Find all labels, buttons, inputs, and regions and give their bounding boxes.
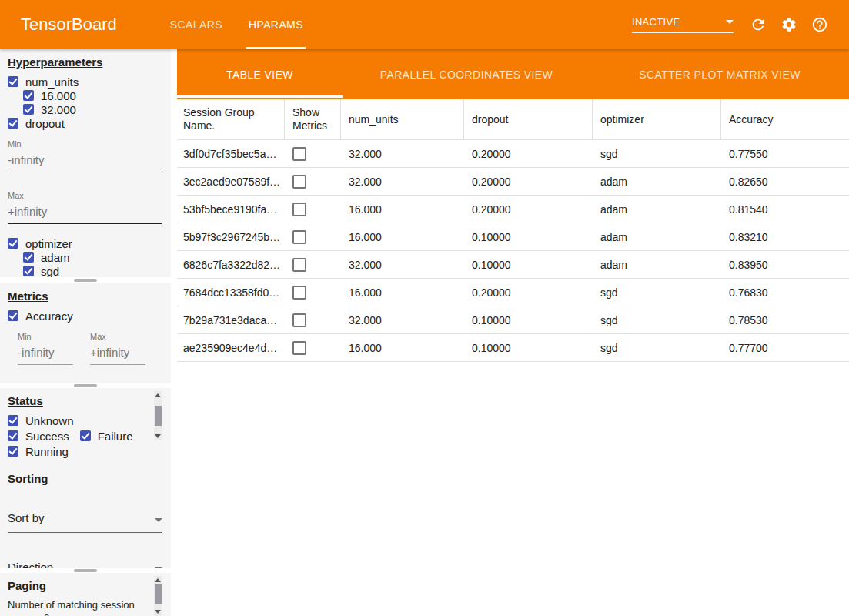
scroll-up-icon[interactable] (155, 393, 161, 397)
dropout-min-input[interactable] (8, 149, 162, 172)
dropout-value: 0.10000 (464, 314, 593, 326)
dropout-max-input[interactable] (8, 200, 162, 224)
col-show-metrics[interactable]: Show Metrics (285, 99, 341, 139)
num-units-value-16-checkbox[interactable]: 16.000 (23, 89, 163, 102)
refresh-icon[interactable] (743, 9, 774, 40)
col-dropout[interactable]: dropout (464, 99, 593, 139)
table-row[interactable]: 3ec2aed9e07589f… 32.000 0.20000 adam 0.8… (177, 168, 849, 196)
show-metrics-cell (285, 285, 341, 299)
help-icon[interactable] (804, 9, 835, 40)
checkbox-checked-icon (8, 238, 18, 249)
col-session-group-name[interactable]: Session Group Name. (177, 99, 285, 139)
chevron-down-icon (155, 567, 162, 568)
hparam-num-units-label: num_units (25, 75, 79, 89)
table-header: Session Group Name. Show Metrics num_uni… (177, 99, 849, 140)
checkbox-checked-icon (23, 266, 34, 276)
sort-by-dropdown[interactable]: Sort by (8, 511, 162, 533)
show-metrics-checkbox[interactable] (292, 286, 306, 300)
status-unknown-checkbox[interactable]: Unknown (8, 413, 74, 427)
table-row[interactable]: 7684dcc13358fd0… 16.000 0.20000 sgd 0.76… (177, 279, 849, 306)
table-row[interactable]: 7b29a731e3daca… 32.000 0.10000 sgd 0.785… (177, 306, 849, 334)
show-metrics-checkbox[interactable] (292, 230, 306, 244)
show-metrics-checkbox[interactable] (292, 341, 306, 355)
settings-icon[interactable] (774, 9, 804, 40)
dropout-value: 0.20000 (464, 176, 593, 188)
hparam-num-units-checkbox[interactable]: num_units (8, 75, 163, 89)
show-metrics-checkbox[interactable] (292, 313, 306, 327)
tab-scatter-plot-matrix-view[interactable]: SCATTER PLOT MATRIX VIEW (590, 49, 849, 99)
status-failure-checkbox[interactable]: Failure (80, 429, 133, 443)
plugin-tabs: SCALARS HPARAMS (157, 0, 316, 49)
show-metrics-checkbox[interactable] (292, 258, 306, 272)
dropout-value: 0.10000 (464, 342, 593, 354)
checkbox-checked-icon (23, 252, 34, 263)
accuracy-value: 0.77550 (721, 148, 849, 160)
optimizer-value-sgd-checkbox[interactable]: sgd (23, 264, 163, 277)
direction-dropdown[interactable]: Direction (8, 561, 162, 568)
direction-value: Direction (8, 561, 53, 568)
col-optimizer[interactable]: optimizer (593, 99, 721, 139)
app-title: TensorBoard (0, 15, 117, 35)
status-failure-label: Failure (98, 430, 133, 443)
scroll-thumb[interactable] (155, 406, 162, 426)
tab-parallel-coordinates-view[interactable]: PARALLEL COORDINATES VIEW (343, 49, 590, 99)
scroll-down-icon[interactable] (155, 610, 161, 614)
optimizer-value: adam (593, 203, 721, 216)
status-running-checkbox[interactable]: Running (8, 444, 69, 458)
scroll-up-icon[interactable] (155, 578, 161, 582)
table-row[interactable]: ae235909ec4e4d… 16.000 0.10000 sgd 0.777… (177, 334, 849, 362)
checkbox-checked-icon (80, 430, 91, 441)
sorting-heading: Sorting (8, 472, 163, 485)
show-metrics-checkbox[interactable] (292, 175, 306, 189)
tab-table-view[interactable]: TABLE VIEW (177, 49, 343, 99)
table-row[interactable]: 6826c7fa3322d82… 32.000 0.10000 adam 0.8… (177, 251, 849, 279)
session-group-name: 3ec2aed9e07589f… (177, 176, 285, 188)
resize-handle[interactable] (74, 384, 97, 387)
num-units-value-32-checkbox[interactable]: 32.000 (23, 102, 163, 116)
show-metrics-cell (285, 313, 341, 326)
app-toolbar: TensorBoard SCALARS HPARAMS INACTIVE (0, 0, 849, 49)
status-success-checkbox[interactable]: Success (8, 429, 69, 443)
show-metrics-checkbox[interactable] (292, 147, 306, 161)
table-row[interactable]: 53bf5bece9190fa… 16.000 0.20000 adam 0.8… (177, 196, 849, 223)
col-accuracy[interactable]: Accuracy (721, 99, 849, 139)
num-units-value: 32.000 (341, 176, 464, 188)
toolbar-controls: INACTIVE (632, 9, 849, 40)
show-metrics-cell (285, 257, 341, 271)
dropout-value: 0.10000 (464, 259, 593, 271)
dropout-min-label: Min (8, 139, 163, 149)
session-group-name: 5b97f3c2967245b… (177, 231, 285, 243)
status-success-label: Success (25, 430, 69, 443)
tab-scalars[interactable]: SCALARS (157, 0, 236, 49)
optimizer-value-sgd-label: sgd (41, 265, 59, 278)
paging-scrollbar[interactable] (154, 576, 162, 616)
table-row[interactable]: 3df0d7cf35bec5a… 32.000 0.20000 sgd 0.77… (177, 140, 849, 168)
metric-accuracy-checkbox[interactable]: Accuracy (8, 309, 163, 323)
optimizer-value-adam-checkbox[interactable]: adam (23, 250, 163, 264)
chevron-down-icon (726, 20, 734, 24)
paging-section: Paging Number of matching session groups… (0, 573, 171, 616)
num-units-value: 32.000 (341, 259, 464, 271)
reload-interval-select[interactable]: INACTIVE (632, 16, 734, 33)
status-scrollbar[interactable] (154, 391, 162, 440)
hyperparameters-heading: Hyperparameters (8, 55, 163, 69)
scroll-down-icon[interactable] (155, 434, 161, 438)
num-units-value-16-label: 16.000 (41, 89, 76, 102)
col-num-units[interactable]: num_units (341, 99, 464, 139)
show-metrics-checkbox[interactable] (292, 203, 306, 216)
num-units-value: 32.000 (341, 148, 464, 160)
metric-max-input[interactable] (90, 341, 145, 365)
hparam-optimizer-checkbox[interactable]: optimizer (8, 236, 163, 250)
num-units-value: 16.000 (341, 231, 464, 243)
sidebar: Hyperparameters num_units 16.000 32.000 … (0, 49, 171, 616)
metrics-section: Metrics Accuracy Min Max (0, 283, 171, 383)
resize-handle[interactable] (74, 279, 97, 282)
scroll-thumb[interactable] (155, 584, 162, 604)
view-tabs: TABLE VIEW PARALLEL COORDINATES VIEW SCA… (177, 49, 849, 99)
show-metrics-cell (285, 340, 341, 354)
hparam-dropout-checkbox[interactable]: dropout (8, 116, 163, 130)
metric-min-input[interactable] (18, 341, 73, 365)
table-row[interactable]: 5b97f3c2967245b… 16.000 0.10000 adam 0.8… (177, 223, 849, 251)
resize-handle[interactable] (74, 569, 97, 572)
tab-hparams[interactable]: HPARAMS (236, 0, 316, 49)
